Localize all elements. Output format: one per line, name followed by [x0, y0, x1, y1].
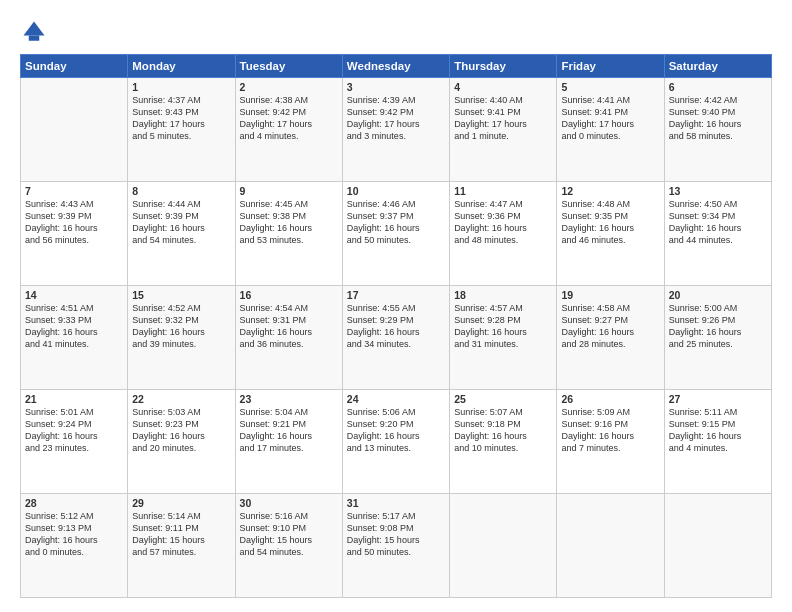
cell-4-5: 25Sunrise: 5:07 AM Sunset: 9:18 PM Dayli…	[450, 390, 557, 494]
cell-2-7: 13Sunrise: 4:50 AM Sunset: 9:34 PM Dayli…	[664, 182, 771, 286]
cell-content: Sunrise: 4:52 AM Sunset: 9:32 PM Dayligh…	[132, 302, 230, 351]
day-number: 26	[561, 393, 659, 405]
day-number: 23	[240, 393, 338, 405]
cell-content: Sunrise: 5:00 AM Sunset: 9:26 PM Dayligh…	[669, 302, 767, 351]
cell-2-3: 9Sunrise: 4:45 AM Sunset: 9:38 PM Daylig…	[235, 182, 342, 286]
page: SundayMondayTuesdayWednesdayThursdayFrid…	[0, 0, 792, 612]
week-row-2: 7Sunrise: 4:43 AM Sunset: 9:39 PM Daylig…	[21, 182, 772, 286]
day-number: 3	[347, 81, 445, 93]
logo	[20, 18, 52, 46]
cell-content: Sunrise: 4:46 AM Sunset: 9:37 PM Dayligh…	[347, 198, 445, 247]
cell-5-2: 29Sunrise: 5:14 AM Sunset: 9:11 PM Dayli…	[128, 494, 235, 598]
cell-4-3: 23Sunrise: 5:04 AM Sunset: 9:21 PM Dayli…	[235, 390, 342, 494]
cell-content: Sunrise: 5:16 AM Sunset: 9:10 PM Dayligh…	[240, 510, 338, 559]
cell-content: Sunrise: 5:11 AM Sunset: 9:15 PM Dayligh…	[669, 406, 767, 455]
col-header-tuesday: Tuesday	[235, 55, 342, 78]
day-number: 12	[561, 185, 659, 197]
week-row-5: 28Sunrise: 5:12 AM Sunset: 9:13 PM Dayli…	[21, 494, 772, 598]
cell-content: Sunrise: 4:42 AM Sunset: 9:40 PM Dayligh…	[669, 94, 767, 143]
day-number: 19	[561, 289, 659, 301]
cell-3-2: 15Sunrise: 4:52 AM Sunset: 9:32 PM Dayli…	[128, 286, 235, 390]
col-header-friday: Friday	[557, 55, 664, 78]
col-header-thursday: Thursday	[450, 55, 557, 78]
cell-2-4: 10Sunrise: 4:46 AM Sunset: 9:37 PM Dayli…	[342, 182, 449, 286]
cell-content: Sunrise: 4:57 AM Sunset: 9:28 PM Dayligh…	[454, 302, 552, 351]
day-number: 20	[669, 289, 767, 301]
col-header-wednesday: Wednesday	[342, 55, 449, 78]
cell-content: Sunrise: 4:40 AM Sunset: 9:41 PM Dayligh…	[454, 94, 552, 143]
day-number: 14	[25, 289, 123, 301]
cell-3-1: 14Sunrise: 4:51 AM Sunset: 9:33 PM Dayli…	[21, 286, 128, 390]
cell-content: Sunrise: 4:54 AM Sunset: 9:31 PM Dayligh…	[240, 302, 338, 351]
cell-3-6: 19Sunrise: 4:58 AM Sunset: 9:27 PM Dayli…	[557, 286, 664, 390]
day-number: 21	[25, 393, 123, 405]
day-number: 13	[669, 185, 767, 197]
day-number: 8	[132, 185, 230, 197]
cell-2-5: 11Sunrise: 4:47 AM Sunset: 9:36 PM Dayli…	[450, 182, 557, 286]
cell-5-6	[557, 494, 664, 598]
cell-1-2: 1Sunrise: 4:37 AM Sunset: 9:43 PM Daylig…	[128, 78, 235, 182]
day-number: 18	[454, 289, 552, 301]
cell-content: Sunrise: 4:38 AM Sunset: 9:42 PM Dayligh…	[240, 94, 338, 143]
cell-content: Sunrise: 4:37 AM Sunset: 9:43 PM Dayligh…	[132, 94, 230, 143]
day-number: 10	[347, 185, 445, 197]
cell-content: Sunrise: 5:06 AM Sunset: 9:20 PM Dayligh…	[347, 406, 445, 455]
cell-content: Sunrise: 5:01 AM Sunset: 9:24 PM Dayligh…	[25, 406, 123, 455]
cell-content: Sunrise: 4:48 AM Sunset: 9:35 PM Dayligh…	[561, 198, 659, 247]
week-row-4: 21Sunrise: 5:01 AM Sunset: 9:24 PM Dayli…	[21, 390, 772, 494]
cell-4-1: 21Sunrise: 5:01 AM Sunset: 9:24 PM Dayli…	[21, 390, 128, 494]
day-number: 6	[669, 81, 767, 93]
cell-3-7: 20Sunrise: 5:00 AM Sunset: 9:26 PM Dayli…	[664, 286, 771, 390]
cell-5-5	[450, 494, 557, 598]
day-number: 11	[454, 185, 552, 197]
logo-icon	[20, 18, 48, 46]
cell-content: Sunrise: 5:07 AM Sunset: 9:18 PM Dayligh…	[454, 406, 552, 455]
cell-1-4: 3Sunrise: 4:39 AM Sunset: 9:42 PM Daylig…	[342, 78, 449, 182]
cell-1-3: 2Sunrise: 4:38 AM Sunset: 9:42 PM Daylig…	[235, 78, 342, 182]
cell-content: Sunrise: 5:12 AM Sunset: 9:13 PM Dayligh…	[25, 510, 123, 559]
day-number: 16	[240, 289, 338, 301]
cell-2-6: 12Sunrise: 4:48 AM Sunset: 9:35 PM Dayli…	[557, 182, 664, 286]
svg-rect-1	[29, 36, 40, 41]
cell-3-3: 16Sunrise: 4:54 AM Sunset: 9:31 PM Dayli…	[235, 286, 342, 390]
day-number: 24	[347, 393, 445, 405]
cell-2-1: 7Sunrise: 4:43 AM Sunset: 9:39 PM Daylig…	[21, 182, 128, 286]
cell-content: Sunrise: 5:03 AM Sunset: 9:23 PM Dayligh…	[132, 406, 230, 455]
day-number: 28	[25, 497, 123, 509]
calendar-table: SundayMondayTuesdayWednesdayThursdayFrid…	[20, 54, 772, 598]
cell-1-6: 5Sunrise: 4:41 AM Sunset: 9:41 PM Daylig…	[557, 78, 664, 182]
cell-5-3: 30Sunrise: 5:16 AM Sunset: 9:10 PM Dayli…	[235, 494, 342, 598]
day-number: 5	[561, 81, 659, 93]
cell-3-4: 17Sunrise: 4:55 AM Sunset: 9:29 PM Dayli…	[342, 286, 449, 390]
cell-5-7	[664, 494, 771, 598]
day-number: 4	[454, 81, 552, 93]
day-number: 17	[347, 289, 445, 301]
cell-content: Sunrise: 4:55 AM Sunset: 9:29 PM Dayligh…	[347, 302, 445, 351]
week-row-3: 14Sunrise: 4:51 AM Sunset: 9:33 PM Dayli…	[21, 286, 772, 390]
cell-content: Sunrise: 4:41 AM Sunset: 9:41 PM Dayligh…	[561, 94, 659, 143]
day-number: 30	[240, 497, 338, 509]
cell-content: Sunrise: 5:14 AM Sunset: 9:11 PM Dayligh…	[132, 510, 230, 559]
cell-content: Sunrise: 5:17 AM Sunset: 9:08 PM Dayligh…	[347, 510, 445, 559]
cell-content: Sunrise: 4:58 AM Sunset: 9:27 PM Dayligh…	[561, 302, 659, 351]
day-number: 1	[132, 81, 230, 93]
header-row: SundayMondayTuesdayWednesdayThursdayFrid…	[21, 55, 772, 78]
day-number: 27	[669, 393, 767, 405]
day-number: 9	[240, 185, 338, 197]
day-number: 29	[132, 497, 230, 509]
day-number: 7	[25, 185, 123, 197]
cell-5-4: 31Sunrise: 5:17 AM Sunset: 9:08 PM Dayli…	[342, 494, 449, 598]
col-header-saturday: Saturday	[664, 55, 771, 78]
cell-3-5: 18Sunrise: 4:57 AM Sunset: 9:28 PM Dayli…	[450, 286, 557, 390]
day-number: 31	[347, 497, 445, 509]
cell-content: Sunrise: 4:45 AM Sunset: 9:38 PM Dayligh…	[240, 198, 338, 247]
svg-marker-0	[24, 22, 45, 36]
cell-content: Sunrise: 5:04 AM Sunset: 9:21 PM Dayligh…	[240, 406, 338, 455]
cell-content: Sunrise: 5:09 AM Sunset: 9:16 PM Dayligh…	[561, 406, 659, 455]
cell-content: Sunrise: 4:47 AM Sunset: 9:36 PM Dayligh…	[454, 198, 552, 247]
col-header-sunday: Sunday	[21, 55, 128, 78]
cell-5-1: 28Sunrise: 5:12 AM Sunset: 9:13 PM Dayli…	[21, 494, 128, 598]
day-number: 25	[454, 393, 552, 405]
day-number: 22	[132, 393, 230, 405]
cell-4-6: 26Sunrise: 5:09 AM Sunset: 9:16 PM Dayli…	[557, 390, 664, 494]
